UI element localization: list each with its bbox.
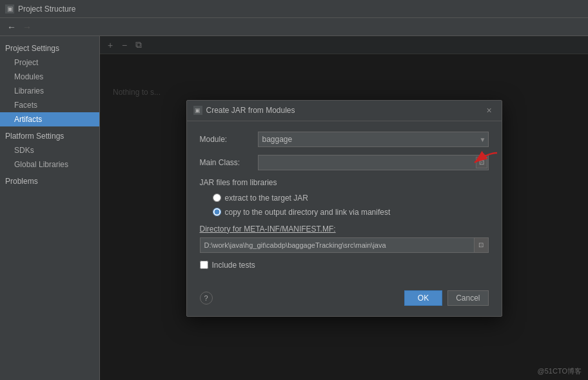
module-select[interactable]: baggage xyxy=(258,132,489,147)
jar-files-label: JAR files from libraries xyxy=(200,178,489,187)
sidebar-item-artifacts[interactable]: Artifacts xyxy=(0,112,99,126)
module-label: Module: xyxy=(200,135,258,144)
problems-label: Problems xyxy=(0,172,99,188)
radio-copy[interactable] xyxy=(213,208,221,216)
sidebar-item-libraries[interactable]: Libraries xyxy=(0,84,99,98)
sidebar-item-sdks[interactable]: SDKs xyxy=(0,143,99,157)
main-layout: Project Settings Project Modules Librari… xyxy=(0,36,588,380)
radio-extract-label[interactable]: extract to the target JAR xyxy=(225,194,308,203)
include-tests-checkbox[interactable] xyxy=(200,261,208,269)
sidebar: Project Settings Project Modules Librari… xyxy=(0,36,100,380)
back-button[interactable]: ← xyxy=(5,21,18,34)
main-class-input[interactable] xyxy=(258,155,489,170)
forward-button[interactable]: → xyxy=(21,21,34,34)
title-bar-text: Project Structure xyxy=(18,5,75,14)
main-class-input-wrap: ⊡ xyxy=(258,155,489,170)
modal-overlay: ▣ Create JAR from Modules × Module: bagg… xyxy=(100,36,588,380)
module-row: Module: baggage ▼ xyxy=(200,132,489,147)
dialog-body: Module: baggage ▼ Main Class: xyxy=(187,121,502,290)
sidebar-item-project[interactable]: Project xyxy=(0,55,99,70)
footer-buttons: OK Cancel xyxy=(404,290,489,306)
project-settings-label: Project Settings xyxy=(0,41,99,55)
dialog-title: Create JAR from Modules xyxy=(206,106,295,115)
dialog-titlebar: ▣ Create JAR from Modules × xyxy=(187,101,502,121)
cancel-button[interactable]: Cancel xyxy=(447,290,488,306)
app-icon: ▣ xyxy=(5,5,14,14)
dialog-icon: ▣ xyxy=(193,106,202,115)
main-class-label: Main Class: xyxy=(200,158,258,167)
ok-button[interactable]: OK xyxy=(404,290,442,306)
radio-group: extract to the target JAR copy to the ou… xyxy=(200,194,489,217)
create-jar-dialog: ▣ Create JAR from Modules × Module: bagg… xyxy=(186,100,502,317)
nav-row: ← → xyxy=(0,18,588,36)
module-input-wrap: baggage ▼ xyxy=(258,132,489,147)
radio-extract[interactable] xyxy=(213,194,221,202)
radio-row-extract: extract to the target JAR xyxy=(213,194,489,203)
help-button[interactable]: ? xyxy=(200,292,213,305)
sidebar-item-modules[interactable]: Modules xyxy=(0,70,99,84)
directory-browse-button[interactable]: ⊡ xyxy=(475,237,489,253)
directory-section: Directory for META-INF/MANIFEST.MF: ⊡ xyxy=(200,225,489,253)
include-tests-label[interactable]: Include tests xyxy=(212,261,255,270)
directory-label: Directory for META-INF/MANIFEST.MF: xyxy=(200,225,489,234)
watermark: @51CTO博客 xyxy=(538,366,582,376)
radio-row-copy: copy to the output directory and link vi… xyxy=(213,208,489,217)
include-tests-row: Include tests xyxy=(200,261,489,270)
sidebar-item-facets[interactable]: Facets xyxy=(0,98,99,112)
dialog-close-button[interactable]: × xyxy=(484,105,495,116)
dialog-footer: ? OK Cancel xyxy=(187,290,502,316)
main-class-row: Main Class: ⊡ xyxy=(200,155,489,170)
title-bar: ▣ Project Structure xyxy=(0,0,588,18)
directory-input-wrap: ⊡ xyxy=(200,237,489,253)
sidebar-item-global-libraries[interactable]: Global Libraries xyxy=(0,157,99,172)
directory-input[interactable] xyxy=(200,237,475,253)
platform-settings-label: Platform Settings xyxy=(0,126,99,143)
radio-copy-label[interactable]: copy to the output directory and link vi… xyxy=(225,208,391,217)
main-class-browse-button[interactable]: ⊡ xyxy=(476,157,487,168)
content-area: + − ⧉ Nothing to s... ▣ Create JAR from … xyxy=(100,36,588,380)
